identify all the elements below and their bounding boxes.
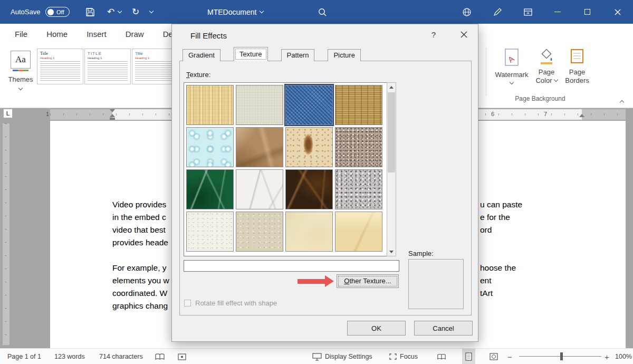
read-mode-icon[interactable] bbox=[437, 349, 446, 364]
page-indicator[interactable]: Page 1 of 1 bbox=[7, 349, 41, 364]
pen-icon[interactable] bbox=[491, 0, 504, 24]
display-settings-button[interactable]: Display Settings bbox=[312, 349, 372, 364]
toolbar-chevron-icon[interactable] bbox=[150, 0, 153, 24]
character-count[interactable]: 714 characters bbox=[99, 349, 143, 364]
word-count[interactable]: 123 words bbox=[54, 349, 85, 364]
texture-name-input[interactable] bbox=[184, 260, 399, 272]
ribbon-tab-file[interactable]: File bbox=[7, 24, 35, 45]
texture-swatch-woven-mat[interactable] bbox=[335, 85, 382, 125]
undo-icon[interactable]: ↶ bbox=[104, 0, 118, 24]
texture-swatch-denim[interactable] bbox=[285, 85, 333, 125]
texture-swatch-brown-marble[interactable] bbox=[285, 169, 333, 209]
doc-text-left: Video providesin the embed cvideo that b… bbox=[112, 198, 169, 312]
texture-swatch-papyrus[interactable] bbox=[186, 85, 234, 125]
help-button[interactable]: ? bbox=[428, 30, 439, 39]
page-borders-button[interactable]: Page Borders bbox=[562, 48, 592, 84]
macro-record-icon[interactable] bbox=[178, 349, 186, 364]
scroll-up-icon[interactable] bbox=[387, 83, 396, 91]
style-heading: Heading 1 bbox=[40, 56, 80, 60]
texture-swatch-stationery[interactable] bbox=[335, 212, 382, 252]
document-formatting-style-2[interactable]: TITLE Heading 1 bbox=[84, 49, 131, 84]
dialog-tab-pattern[interactable]: Pattern bbox=[281, 49, 315, 61]
theme-colors-icon bbox=[13, 70, 28, 71]
dialog-tab-picture[interactable]: Picture bbox=[328, 49, 360, 61]
ribbon-tab-draw[interactable]: Draw bbox=[118, 24, 151, 45]
themes-button[interactable]: Aa Themes bbox=[6, 47, 35, 104]
focus-button[interactable]: Focus bbox=[389, 349, 418, 364]
ok-button[interactable]: OK bbox=[347, 321, 406, 336]
texture-swatch-recycled-paper[interactable] bbox=[236, 212, 283, 252]
texture-swatch-canvas[interactable] bbox=[236, 85, 283, 125]
zoom-level[interactable]: 100% bbox=[615, 349, 632, 364]
globe-icon[interactable] bbox=[460, 0, 474, 24]
focus-label: Focus bbox=[400, 353, 418, 360]
search-icon[interactable] bbox=[315, 0, 329, 24]
ribbon-tab-strip: FileHomeInsertDrawDesign bbox=[7, 24, 195, 45]
document-text-line: tArt bbox=[480, 287, 522, 300]
proofing-icon[interactable] bbox=[155, 349, 165, 364]
texture-swatch-fish-fossil[interactable] bbox=[285, 127, 333, 167]
scroll-down-icon[interactable] bbox=[387, 247, 396, 256]
watermark-icon: A bbox=[504, 48, 520, 67]
annotation-arrow bbox=[298, 279, 325, 284]
ribbon-tab-home[interactable]: Home bbox=[39, 24, 75, 45]
document-title[interactable]: MTEDocument bbox=[207, 0, 263, 24]
page-color-button[interactable]: Page Color bbox=[533, 48, 560, 84]
other-texture-button[interactable]: Other Texture... bbox=[337, 274, 399, 288]
save-icon[interactable] bbox=[83, 0, 97, 24]
texture-scrollbar[interactable] bbox=[387, 82, 396, 256]
texture-swatch-granite[interactable] bbox=[335, 169, 382, 209]
dialog-tab-texture[interactable]: Texture bbox=[234, 47, 268, 61]
autosave-toggle[interactable]: Off bbox=[45, 7, 70, 17]
page-color-label: Page bbox=[539, 68, 554, 76]
minimize-icon[interactable] bbox=[551, 0, 564, 24]
zoom-slider-thumb[interactable] bbox=[560, 352, 563, 360]
texture-swatch-water-droplets[interactable] bbox=[186, 127, 234, 167]
themes-label: Themes bbox=[8, 75, 33, 83]
right-indent-marker[interactable] bbox=[579, 114, 584, 117]
cancel-button[interactable]: Cancel bbox=[414, 321, 473, 336]
print-layout-icon[interactable] bbox=[462, 349, 475, 364]
rotate-fill-checkbox[interactable] bbox=[184, 300, 191, 306]
style-heading: Heading 1 bbox=[135, 56, 175, 60]
texture-swatch-newsprint[interactable] bbox=[186, 212, 234, 252]
focus-icon bbox=[389, 353, 397, 360]
title-bar: AutoSave Off ↶ ↻ MTEDocument bbox=[0, 0, 633, 24]
hanging-indent-marker[interactable] bbox=[110, 114, 115, 117]
texture-swatch-paper-bag[interactable] bbox=[236, 127, 283, 167]
document-text-line: ord bbox=[480, 224, 522, 236]
document-text-line: hoose the bbox=[480, 262, 522, 274]
scrollbar-thumb[interactable] bbox=[388, 92, 395, 173]
document-text-line bbox=[112, 249, 169, 262]
style-heading: Heading 1 bbox=[88, 56, 128, 60]
watermark-button[interactable]: A Watermark bbox=[495, 48, 529, 84]
close-icon[interactable] bbox=[611, 0, 625, 24]
dialog-tab-gradient[interactable]: Gradient bbox=[183, 49, 220, 61]
zoom-slider[interactable] bbox=[519, 356, 601, 357]
texture-swatch-green-marble[interactable] bbox=[186, 169, 234, 209]
texture-swatch-sand[interactable] bbox=[335, 127, 382, 167]
undo-chevron-icon[interactable] bbox=[118, 0, 121, 24]
zoom-in-button[interactable]: + bbox=[605, 349, 609, 364]
document-text-line: coordinated. W bbox=[112, 287, 169, 300]
sample-preview bbox=[408, 259, 464, 309]
document-text-line: u can paste bbox=[480, 198, 522, 211]
collapse-ribbon-icon[interactable] bbox=[620, 97, 624, 106]
texture-swatch-white-marble[interactable] bbox=[236, 169, 283, 209]
left-indent-marker[interactable] bbox=[110, 118, 115, 120]
annotation-arrow-head bbox=[325, 275, 334, 287]
document-formatting-style-1[interactable]: Title Heading 1 bbox=[37, 49, 83, 84]
tab-stop-selector[interactable]: L bbox=[3, 109, 13, 118]
web-layout-icon[interactable] bbox=[490, 349, 498, 364]
page-borders-label-2: Borders bbox=[565, 76, 589, 84]
ribbon-tab-insert[interactable]: Insert bbox=[79, 24, 114, 45]
first-line-indent-marker[interactable] bbox=[110, 109, 115, 112]
dialog-close-icon[interactable] bbox=[456, 27, 472, 41]
maximize-icon[interactable] bbox=[580, 0, 594, 24]
ribbon-display-options-icon[interactable] bbox=[521, 0, 535, 24]
redo-icon[interactable]: ↻ bbox=[129, 0, 142, 24]
chevron-down-icon bbox=[260, 9, 264, 13]
texture-swatch-parchment[interactable] bbox=[285, 212, 333, 252]
zoom-out-button[interactable]: − bbox=[507, 349, 512, 364]
document-text-line: ent bbox=[480, 274, 522, 287]
